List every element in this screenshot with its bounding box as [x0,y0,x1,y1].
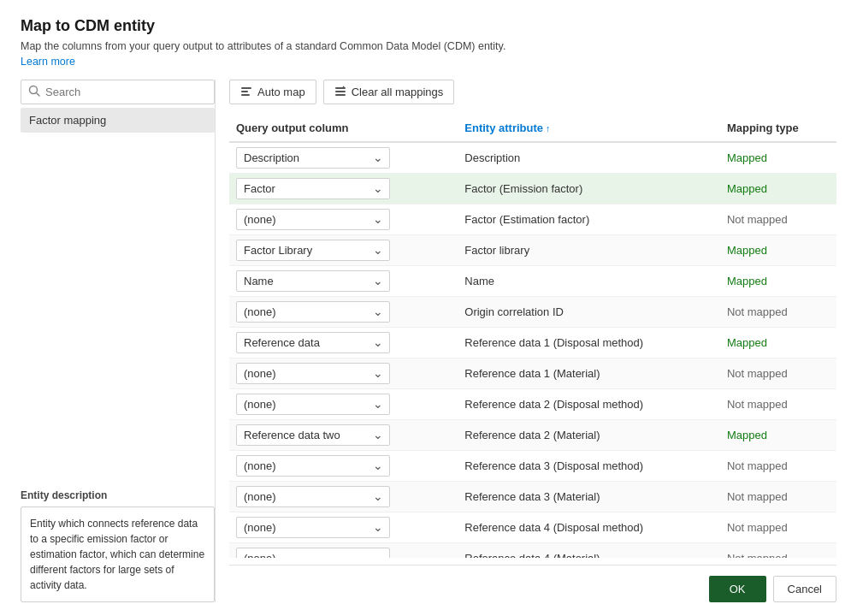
entity-attribute-cell: Name [458,266,720,297]
entity-attribute-cell: Factor (Estimation factor) [458,204,720,235]
query-output-cell: (none)DescriptionFactorFactor LibraryNam… [229,328,458,358]
auto-map-button[interactable]: Auto map [229,80,316,104]
mapping-status: Mapped [720,142,836,174]
table-row: (none)DescriptionFactorFactor LibraryNam… [229,512,836,543]
table-row: (none)DescriptionFactorFactor LibraryNam… [229,297,836,328]
mapping-status: Not mapped [720,204,836,235]
sidebar: Factor mapping Entity description Entity… [21,80,216,602]
table-row: (none)DescriptionFactorFactor LibraryNam… [229,451,836,482]
entity-attribute-cell: Reference data 2 (Disposal method) [458,389,720,420]
svg-rect-2 [241,87,251,89]
mapping-status: Not mapped [720,389,836,420]
entity-description-label: Entity description [21,489,215,501]
clear-all-icon [334,85,346,99]
mapping-status: Not mapped [720,451,836,482]
mapping-status: Not mapped [720,543,836,559]
ok-button[interactable]: OK [709,576,766,602]
query-output-cell: (none)DescriptionFactorFactor LibraryNam… [229,297,458,328]
entity-attribute-cell: Reference data 4 (Disposal method) [458,512,720,543]
query-output-select[interactable]: (none)DescriptionFactorFactor LibraryNam… [236,363,390,384]
page-subtitle: Map the columns from your query output t… [21,40,836,52]
mapping-status: Mapped [720,266,836,297]
search-icon [28,85,40,99]
entity-attribute-cell: Reference data 1 (Disposal method) [458,328,720,358]
mapping-status: Not mapped [720,358,836,389]
entity-attribute-cell: Factor (Emission factor) [458,174,720,204]
table-row: (none)DescriptionFactorFactor LibraryNam… [229,266,836,297]
query-output-cell: (none)DescriptionFactorFactor LibraryNam… [229,543,458,559]
clear-all-label: Clear all mappings [352,86,444,98]
col-header-mapping-type: Mapping type [720,116,836,142]
query-output-cell: (none)DescriptionFactorFactor LibraryNam… [229,512,458,543]
query-output-cell: (none)DescriptionFactorFactor LibraryNam… [229,204,458,235]
mapping-status: Mapped [720,420,836,451]
content-area: Auto map Clear all mappings Q [229,80,836,602]
entity-attribute-cell: Description [458,142,720,174]
mapping-status: Not mapped [720,297,836,328]
search-input[interactable] [45,86,207,98]
sort-arrow-icon: ↑ [546,123,551,133]
query-output-select[interactable]: (none)DescriptionFactorFactor LibraryNam… [236,147,390,169]
table-row: (none)DescriptionFactorFactor LibraryNam… [229,328,836,358]
toolbar: Auto map Clear all mappings [229,80,836,104]
footer-buttons: OK Cancel [229,565,836,602]
table-row: (none)DescriptionFactorFactor LibraryNam… [229,204,836,235]
query-output-cell: (none)DescriptionFactorFactor LibraryNam… [229,358,458,389]
page-title: Map to CDM entity [21,17,836,35]
mapping-table: Query output column Entity attribute↑ Ma… [229,116,836,558]
table-row: (none)DescriptionFactorFactor LibraryNam… [229,482,836,512]
entity-description-section: Entity description Entity which connects… [21,479,215,602]
query-output-select[interactable]: (none)DescriptionFactorFactor LibraryNam… [236,455,390,477]
table-row: (none)DescriptionFactorFactor LibraryNam… [229,174,836,204]
entity-attribute-cell: Reference data 2 (Material) [458,420,720,451]
table-row: (none)DescriptionFactorFactor LibraryNam… [229,389,836,420]
query-output-select[interactable]: (none)DescriptionFactorFactor LibraryNam… [236,178,390,199]
query-output-cell: (none)DescriptionFactorFactor LibraryNam… [229,142,458,174]
mapping-status: Not mapped [720,482,836,512]
query-output-select[interactable]: (none)DescriptionFactorFactor LibraryNam… [236,486,390,507]
learn-more-link[interactable]: Learn more [21,56,836,68]
svg-rect-3 [241,91,248,92]
entity-attribute-cell: Reference data 3 (Disposal method) [458,451,720,482]
query-output-select[interactable]: (none)DescriptionFactorFactor LibraryNam… [236,424,390,446]
query-output-select[interactable]: (none)DescriptionFactorFactor LibraryNam… [236,332,390,353]
col-header-entity-attribute[interactable]: Entity attribute↑ [458,116,720,142]
entity-attribute-cell: Origin correlation ID [458,297,720,328]
table-row: (none)DescriptionFactorFactor LibraryNam… [229,543,836,559]
query-output-select[interactable]: (none)DescriptionFactorFactor LibraryNam… [236,240,390,261]
svg-rect-7 [335,94,346,96]
svg-line-1 [37,93,40,97]
query-output-cell: (none)DescriptionFactorFactor LibraryNam… [229,266,458,297]
clear-all-mappings-button[interactable]: Clear all mappings [323,80,455,104]
entity-attribute-cell: Reference data 1 (Material) [458,358,720,389]
col-header-query-output: Query output column [229,116,458,142]
query-output-select[interactable]: (none)DescriptionFactorFactor LibraryNam… [236,548,390,558]
query-output-select[interactable]: (none)DescriptionFactorFactor LibraryNam… [236,209,390,230]
query-output-select[interactable]: (none)DescriptionFactorFactor LibraryNam… [236,517,390,538]
cancel-button[interactable]: Cancel [773,576,836,602]
auto-map-label: Auto map [257,86,305,98]
query-output-select[interactable]: (none)DescriptionFactorFactor LibraryNam… [236,270,390,292]
sidebar-item-factor-mapping[interactable]: Factor mapping [21,108,215,133]
search-box[interactable] [21,80,215,104]
table-row: (none)DescriptionFactorFactor LibraryNam… [229,420,836,451]
svg-rect-4 [241,94,250,96]
svg-rect-6 [335,91,346,92]
entity-attribute-cell: Factor library [458,235,720,266]
query-output-cell: (none)DescriptionFactorFactor LibraryNam… [229,482,458,512]
query-output-cell: (none)DescriptionFactorFactor LibraryNam… [229,451,458,482]
table-row: (none)DescriptionFactorFactor LibraryNam… [229,358,836,389]
mapping-status: Mapped [720,174,836,204]
query-output-select[interactable]: (none)DescriptionFactorFactor LibraryNam… [236,394,390,415]
query-output-cell: (none)DescriptionFactorFactor LibraryNam… [229,389,458,420]
query-output-select[interactable]: (none)DescriptionFactorFactor LibraryNam… [236,301,390,323]
mapping-status: Not mapped [720,512,836,543]
entity-attribute-cell: Reference data 4 (Material) [458,543,720,559]
mapping-table-container: Query output column Entity attribute↑ Ma… [229,116,836,558]
entity-description-text: Entity which connects reference data to … [21,506,215,602]
table-row: (none)DescriptionFactorFactor LibraryNam… [229,142,836,174]
query-output-cell: (none)DescriptionFactorFactor LibraryNam… [229,235,458,266]
table-row: (none)DescriptionFactorFactor LibraryNam… [229,235,836,266]
mapping-status: Mapped [720,328,836,358]
auto-map-icon [240,85,252,99]
